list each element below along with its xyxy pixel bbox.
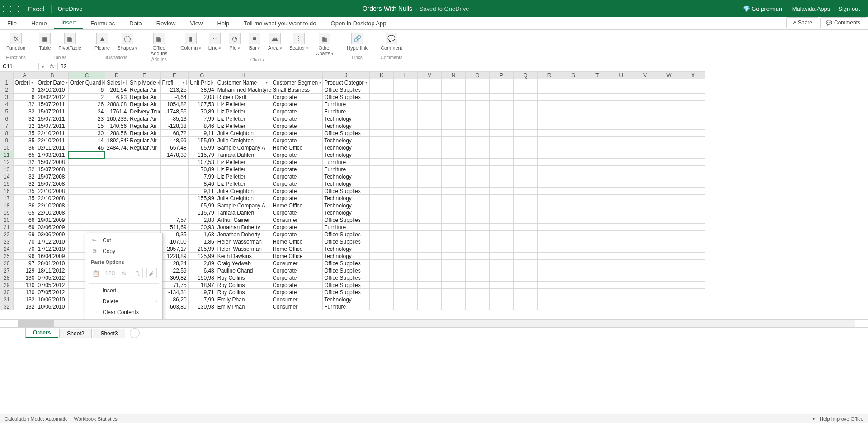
row-header-5[interactable]: 5	[0, 108, 14, 115]
filter-dropdown-icon[interactable]: ▾	[121, 80, 127, 85]
cell[interactable]: 14	[68, 137, 105, 144]
cell[interactable]: 1,86	[188, 238, 216, 245]
cell[interactable]: 16/04/2009	[36, 253, 68, 260]
cell[interactable]: Home Office	[271, 202, 323, 209]
cell[interactable]: 130	[13, 289, 36, 296]
cell[interactable]: 32	[13, 101, 36, 108]
document-title[interactable]: Orders-With Nulls	[363, 5, 412, 12]
row-header-31[interactable]: 31	[0, 296, 14, 303]
cell[interactable]: Technology	[323, 151, 370, 159]
cell[interactable]: Office Supplies	[323, 289, 370, 296]
cell[interactable]: 24	[68, 108, 105, 115]
cell[interactable]: Julie Creighton	[216, 195, 271, 202]
cell[interactable]	[160, 173, 188, 180]
filter-dropdown-icon[interactable]: ▾	[319, 80, 321, 85]
cell[interactable]: 150,98	[188, 274, 216, 282]
cell[interactable]: 38,94	[188, 86, 216, 94]
cell[interactable]: Craig Yedwab	[216, 260, 271, 267]
cell[interactable]: 71,75	[160, 282, 188, 289]
cell[interactable]: Sample Company A	[216, 202, 271, 209]
cell[interactable]: Corporate	[271, 231, 323, 238]
row-header-7[interactable]: 7	[0, 122, 14, 130]
cell[interactable]: Corporate	[271, 274, 323, 282]
row-header-1[interactable]: 1	[0, 79, 14, 86]
cell[interactable]: Corporate	[271, 101, 323, 108]
cell[interactable]: 70	[13, 245, 36, 253]
cell[interactable]: 17/12/2010	[36, 245, 68, 253]
cell[interactable]: 9,11	[188, 188, 216, 195]
cell[interactable]: Corporate	[271, 282, 323, 289]
cell[interactable]: 46	[68, 144, 105, 151]
row-header-23[interactable]: 23	[0, 238, 14, 245]
workbook-stats[interactable]: Workbook Statistics	[74, 416, 117, 422]
cell[interactable]: 15	[68, 122, 105, 130]
column-header-J[interactable]: J	[323, 72, 370, 79]
cell[interactable]	[160, 195, 188, 202]
cell[interactable]: 22/10/2011	[36, 137, 68, 144]
cell[interactable]	[105, 209, 128, 216]
cell[interactable]: Office Supplies	[323, 267, 370, 274]
cell[interactable]	[128, 195, 160, 202]
cell[interactable]: 65	[13, 151, 36, 159]
cell[interactable]	[128, 151, 160, 159]
cell[interactable]: 130	[13, 274, 36, 282]
ribbon-office-add-ins-button[interactable]: ▦OfficeAdd-ins	[148, 32, 170, 57]
cell[interactable]	[128, 166, 160, 173]
cell[interactable]: 69	[13, 224, 36, 231]
cell[interactable]: 15/07/2011	[36, 101, 68, 108]
cell[interactable]: Corporate	[271, 94, 323, 101]
cell[interactable]: Furniture	[323, 224, 370, 231]
cell[interactable]: Corporate	[271, 151, 323, 159]
cell[interactable]: Office Supplies	[323, 274, 370, 282]
ribbon-comment-button[interactable]: 💬Comment	[378, 32, 405, 55]
cell[interactable]: Liz Pelletier	[216, 166, 271, 173]
cell[interactable]: Regular Air	[128, 94, 160, 101]
row-header-18[interactable]: 18	[0, 202, 14, 209]
cell[interactable]: 32	[13, 180, 36, 188]
cell[interactable]: 0,35	[160, 231, 188, 238]
cell[interactable]: 1,68	[188, 231, 216, 238]
cell[interactable]: Office Supplies	[323, 130, 370, 137]
cell[interactable]: Regular Air	[128, 122, 160, 130]
cell[interactable]: 28/01/2010	[36, 260, 68, 267]
formula-input[interactable]	[61, 63, 865, 70]
ribbon-function-button[interactable]: fxFunction	[4, 32, 28, 55]
cell[interactable]: 132	[13, 303, 36, 310]
cell[interactable]: 19/01/2009	[36, 216, 68, 224]
cell[interactable]: Corporate	[271, 137, 323, 144]
paste-formulas-icon[interactable]: fx	[119, 268, 129, 278]
cell[interactable]: 22/10/2008	[36, 195, 68, 202]
row-header-2[interactable]: 2	[0, 86, 14, 94]
cell[interactable]: 70,89	[188, 108, 216, 115]
cell[interactable]: Regular Air	[128, 86, 160, 94]
cell[interactable]: 261,54	[105, 86, 128, 94]
cell[interactable]: 15/07/2011	[36, 108, 68, 115]
cell[interactable]: Regular Air	[128, 144, 160, 151]
cell[interactable]: Regular Air	[128, 101, 160, 108]
grid-area[interactable]: ABCDEFGHIJKLMNOPQRSTUVWX1Order▾Order Dat…	[0, 71, 868, 319]
cell[interactable]: 70,89	[188, 166, 216, 173]
cell[interactable]: Technology	[323, 209, 370, 216]
help-improve[interactable]: Help Improve Office	[820, 416, 863, 422]
cell[interactable]: 13/10/2010	[36, 86, 68, 94]
cell[interactable]: Technology	[323, 144, 370, 151]
paste-icon[interactable]: 📋	[91, 268, 101, 278]
cell[interactable]: 107,53	[188, 101, 216, 108]
select-all-corner[interactable]	[0, 72, 14, 79]
cell[interactable]	[128, 180, 160, 188]
cell[interactable]: 160,2335	[105, 115, 128, 122]
cell[interactable]: Home Office	[271, 144, 323, 151]
cell[interactable]: Furniture	[323, 108, 370, 115]
cell[interactable]: Ruben Dartt	[216, 94, 271, 101]
cell[interactable]: Technology	[323, 122, 370, 130]
row-header-14[interactable]: 14	[0, 173, 14, 180]
ctx-cut[interactable]: ✂Cut	[85, 235, 162, 246]
cell[interactable]: 130,98	[188, 303, 216, 310]
cell[interactable]	[128, 224, 160, 231]
column-header-G[interactable]: G	[188, 72, 216, 79]
filter-dropdown-icon[interactable]: ▾	[66, 80, 68, 85]
cell[interactable]: 28,24	[160, 260, 188, 267]
cell[interactable]: 15/07/2008	[36, 166, 68, 173]
cell[interactable]: 2	[68, 94, 105, 101]
cell[interactable]	[105, 173, 128, 180]
